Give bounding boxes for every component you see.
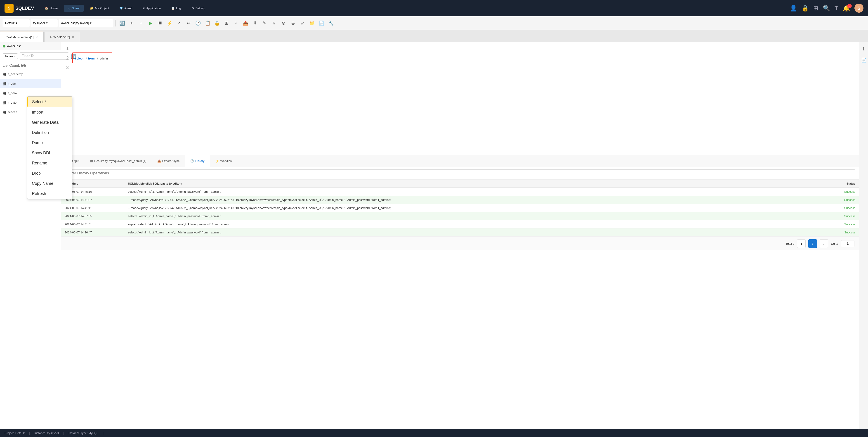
add2-btn[interactable]: ＋: [137, 19, 145, 27]
grid-icon[interactable]: ⊞: [813, 5, 818, 12]
ctx-select[interactable]: Select *: [27, 96, 72, 107]
panel-tab-export[interactable]: 📤 Export/Async: [152, 155, 185, 167]
config-btn[interactable]: ⊛: [289, 19, 297, 27]
tab-1-close[interactable]: ✕: [35, 35, 38, 39]
sync-btn[interactable]: 🔄: [118, 19, 126, 27]
undo-btn[interactable]: ↩: [184, 19, 193, 27]
ctx-refresh[interactable]: Refresh: [27, 188, 72, 199]
connection-selector[interactable]: ownerTest [zy-mysql] ▾: [59, 19, 113, 27]
ctx-import[interactable]: Import: [27, 107, 72, 117]
env-selector[interactable]: Default ▾: [3, 19, 30, 27]
total-label: Total 8: [786, 242, 794, 245]
history-row-4[interactable]: 2024-06-07 14:31:51 explain select t.`Ad…: [61, 220, 859, 229]
nav-setting[interactable]: ⚙ Setting: [187, 5, 209, 12]
table-name: t_academy: [8, 72, 23, 76]
list-count: List Count: 5/5: [0, 62, 61, 69]
status-instance: Instance: zy-mysql: [34, 431, 59, 435]
avatar[interactable]: S: [855, 4, 864, 13]
copy-btn[interactable]: 📋: [203, 19, 212, 27]
ctx-copyname[interactable]: Copy Name: [27, 178, 72, 188]
nav-right: 👤 🔒 ⊞ 🔍 T 🔔 2 S: [790, 4, 864, 13]
ctx-rename[interactable]: Rename: [27, 158, 72, 168]
next-page-btn[interactable]: ›: [819, 239, 828, 248]
tools-btn[interactable]: 🔧: [327, 19, 335, 27]
ctx-generate[interactable]: Generate Data: [27, 117, 72, 127]
translate-icon[interactable]: T: [835, 5, 838, 12]
tab-2[interactable]: R-W-sqldev-[2] ✕: [44, 32, 80, 42]
ctx-drop[interactable]: Drop: [27, 168, 72, 178]
edit-btn[interactable]: ✎: [260, 19, 269, 27]
notification-icon[interactable]: 🔔 2: [843, 5, 850, 12]
nav-query[interactable]: ◇ Query: [64, 5, 84, 12]
tab-1[interactable]: R-W-M-ownerTest-[1] ✕: [0, 32, 43, 42]
application-icon: 🖥: [142, 6, 145, 10]
user-circle-icon[interactable]: 👤: [790, 5, 797, 12]
status-instance-type: Instance Type: MySQL: [68, 431, 98, 435]
folder-btn[interactable]: 📁: [308, 19, 316, 27]
nav-log[interactable]: 📋 Log: [167, 5, 185, 12]
prev-page-btn[interactable]: ‹: [797, 239, 806, 248]
nav-home[interactable]: 🏠 Home: [41, 5, 62, 12]
search-icon[interactable]: 🔍: [823, 5, 830, 12]
separator: [115, 20, 116, 26]
run-btn[interactable]: ▶: [146, 19, 155, 27]
history-row-0[interactable]: 2024-06-07 14:45:19 select t.`Admin_id`,…: [61, 188, 859, 196]
tab-2-close[interactable]: ✕: [72, 35, 74, 39]
ctx-definition[interactable]: Definition: [27, 127, 72, 138]
info-icon[interactable]: ℹ: [860, 44, 867, 53]
export-btn[interactable]: 📤: [241, 19, 250, 27]
star-btn[interactable]: ☆: [270, 19, 278, 27]
check-btn[interactable]: ✓: [175, 19, 183, 27]
status-project: Project: Default: [4, 431, 25, 435]
query-icon: ◇: [68, 6, 70, 10]
sidebar-item-t_admi[interactable]: ▦ t_admi: [0, 79, 61, 88]
panel-tab-results[interactable]: ▦ Results zy-mysql/ownerTest/t_admin (1): [85, 155, 152, 167]
file-btn[interactable]: 📄: [317, 19, 326, 27]
pagination-bar: Total 8 ‹ 1 › Go to: [61, 237, 859, 250]
filter-btn[interactable]: ⊘: [279, 19, 288, 27]
history-row-2[interactable]: 2024-06-07 14:41:11 -- mode=Query - Asyn…: [61, 204, 859, 212]
history-row-5[interactable]: 2024-06-07 14:30:47 select t.`Admin_id`,…: [61, 229, 859, 237]
stop-btn[interactable]: ⏹: [156, 19, 164, 27]
sidebar-item-t_academy[interactable]: ▦ t_academy: [0, 69, 61, 79]
table-btn[interactable]: ⊞: [222, 19, 231, 27]
expand-btn[interactable]: ⤢: [298, 19, 307, 27]
sql-code[interactable]: select * from t_admin ;: [72, 53, 112, 63]
file-right-icon[interactable]: 📄: [860, 56, 867, 65]
ctx-dump[interactable]: Dump: [27, 138, 72, 148]
goto-input[interactable]: [841, 240, 855, 247]
flash-btn[interactable]: ⚡: [165, 19, 174, 27]
panel-tab-history[interactable]: 🕐 History: [185, 155, 210, 167]
panel-tab-workflow-label: Workflow: [220, 159, 232, 163]
table-type-selector[interactable]: Tables ▾: [3, 53, 18, 59]
lock-btn[interactable]: 🔒: [213, 19, 221, 27]
nav-application[interactable]: 🖥 Application: [138, 5, 165, 12]
page-1-btn[interactable]: 1: [808, 239, 817, 248]
chevron-down-icon: ▾: [90, 21, 92, 25]
chevron-down-icon: ▾: [14, 55, 16, 58]
table-name: teache: [8, 110, 17, 114]
nav-asset[interactable]: 💎 Asset: [115, 5, 136, 12]
table-icon: ▦: [3, 110, 6, 114]
history-row-3[interactable]: 2024-06-07 14:37:35 select t.`Admin_id`,…: [61, 212, 859, 220]
add-btn[interactable]: ＋: [127, 19, 136, 27]
insert-btn[interactable]: ⤵: [232, 19, 240, 27]
tabs-row: R-W-M-ownerTest-[1] ✕ R-W-sqldev-[2] ✕: [0, 30, 868, 42]
history-btn[interactable]: 🕐: [194, 19, 202, 27]
code-editor[interactable]: 1 2 select * from t_admin ; 3: [61, 42, 859, 155]
row-time: 2024-06-07 14:30:47: [65, 231, 128, 234]
history-icon: 🕐: [190, 159, 194, 163]
sidebar: ownerTest Tables ▾ 🔄 List Count: 5/5 ▦ t…: [0, 42, 61, 437]
download-btn[interactable]: ⬇: [251, 19, 259, 27]
panel-tab-workflow[interactable]: ⚡ Workflow: [210, 155, 238, 167]
history-filter-input[interactable]: [65, 169, 855, 177]
nav-myproject[interactable]: 📁 My Project: [86, 5, 113, 12]
history-row-1[interactable]: 2024-06-07 14:41:37 -- mode=Query - Asyn…: [61, 196, 859, 204]
ctx-showddl[interactable]: Show DDL: [27, 148, 72, 158]
logo-icon: S: [4, 4, 13, 13]
row-sql: select t.`Admin_id`,t.`Admin_name`,t.`Ad…: [128, 231, 819, 234]
db-selector[interactable]: zy-mysql ▾: [31, 19, 58, 27]
chevron-down-icon: ▾: [16, 21, 18, 25]
table-icon: ▦: [3, 71, 6, 77]
lock-icon[interactable]: 🔒: [802, 5, 809, 12]
